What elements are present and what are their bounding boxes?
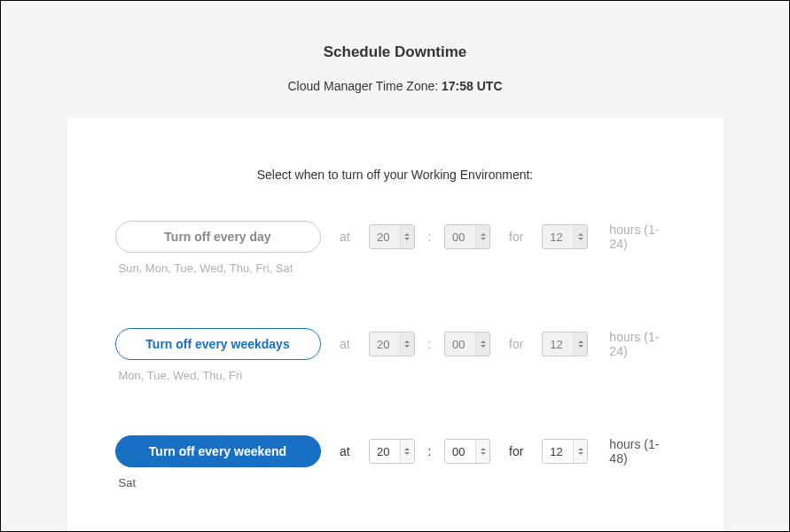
timezone-line: Cloud Manager Time Zone: 17:58 UTC [1,79,789,93]
stepper-arrows-icon [475,440,489,463]
duration-stepper-weekend[interactable]: 12 [542,439,588,464]
at-label: at [321,337,369,351]
pill-everyday[interactable]: Turn off every day [115,221,321,253]
minutes-value: 00 [445,231,475,244]
stepper-arrows-icon [400,440,414,463]
pill-weekdays[interactable]: Turn off every weekdays [115,328,321,360]
at-label: at [321,444,369,458]
range-label-weekend: hours (1-48) [609,437,675,466]
stepper-arrows-icon [573,225,587,248]
pill-weekend[interactable]: Turn off every weekend [115,435,321,467]
hours-stepper-everyday[interactable]: 20 [369,224,415,249]
range-label-everyday: hours (1-24) [609,223,675,251]
stepper-arrows-icon [400,225,414,248]
hours-value: 20 [370,231,400,244]
duration-stepper-everyday[interactable]: 12 [542,224,588,249]
for-label: for [490,444,542,458]
hours-stepper-weekend[interactable]: 20 [369,439,415,464]
stepper-arrows-icon [400,332,414,356]
schedule-card: Select when to turn off your Working Env… [67,118,724,532]
colon-label: : [415,444,444,458]
schedule-row-weekdays: Turn off every weekdays at 20 : 00 for 1… [115,328,676,382]
minutes-value: 00 [445,445,475,458]
duration-value: 12 [543,445,573,458]
at-label: at [321,230,369,244]
days-weekend: Sat [119,476,676,489]
minutes-stepper-weekend[interactable]: 00 [444,439,490,464]
stepper-arrows-icon [573,440,587,463]
colon-label: : [415,337,444,351]
days-weekdays: Mon, Tue, Wed, Thu, Fri [119,369,676,382]
timezone-label: Cloud Manager Time Zone: [288,79,442,93]
for-label: for [490,230,542,244]
stepper-arrows-icon [475,225,489,248]
days-everyday: Sun, Mon, Tue, Wed, Thu, Fri, Sat [119,262,676,275]
minutes-stepper-everyday[interactable]: 00 [444,224,490,249]
card-instruction: Select when to turn off your Working Env… [115,168,676,182]
duration-value: 12 [543,338,573,351]
page-title: Schedule Downtime [1,43,789,61]
hours-stepper-weekdays[interactable]: 20 [369,332,415,356]
duration-value: 12 [543,231,573,244]
hours-value: 20 [370,338,400,351]
stepper-arrows-icon [573,332,587,356]
hours-value: 20 [370,445,400,458]
minutes-stepper-weekdays[interactable]: 00 [444,332,490,356]
timezone-value: 17:58 UTC [442,79,502,93]
for-label: for [490,337,542,351]
schedule-row-weekend: Turn off every weekend at 20 : 00 for 12… [115,435,676,489]
range-label-weekdays: hours (1-24) [609,330,675,358]
minutes-value: 00 [445,338,475,351]
duration-stepper-weekdays[interactable]: 12 [542,332,588,356]
colon-label: : [415,230,444,244]
stepper-arrows-icon [475,332,489,356]
schedule-row-everyday: Turn off every day at 20 : 00 for 12 hou… [115,221,676,275]
